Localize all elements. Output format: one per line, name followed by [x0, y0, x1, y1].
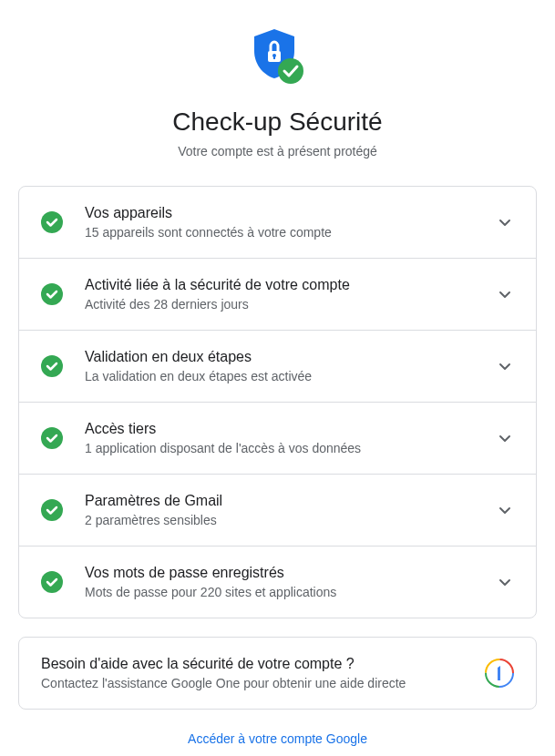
item-activity[interactable]: Activité liée à la sécurité de votre com…	[19, 259, 536, 331]
item-desc: Mots de passe pour 220 sites et applicat…	[85, 585, 496, 599]
svg-rect-2	[273, 56, 275, 59]
chevron-down-icon	[496, 573, 514, 591]
item-content: Paramètres de Gmail 2 paramètres sensibl…	[85, 493, 496, 527]
item-passwords[interactable]: Vos mots de passe enregistrés Mots de pa…	[19, 547, 536, 618]
page-subtitle: Votre compte est à présent protégé	[18, 144, 537, 158]
item-devices[interactable]: Vos appareils 15 appareils sont connecté…	[19, 187, 536, 259]
shield-check-icon	[247, 26, 309, 91]
check-circle-icon	[41, 211, 63, 233]
item-title: Validation en deux étapes	[85, 349, 496, 365]
check-circle-icon	[41, 571, 63, 593]
chevron-down-icon	[496, 429, 514, 447]
item-content: Activité liée à la sécurité de votre com…	[85, 277, 496, 312]
item-desc: 2 paramètres sensibles	[85, 513, 496, 527]
help-card[interactable]: Besoin d'aide avec la sécurité de votre …	[18, 637, 537, 710]
item-content: Validation en deux étapes La validation …	[85, 349, 496, 383]
item-desc: 15 appareils sont connectés à votre comp…	[85, 225, 496, 240]
chevron-down-icon	[496, 501, 514, 519]
item-title: Vos appareils	[85, 205, 496, 221]
item-title: Activité liée à la sécurité de votre com…	[85, 277, 496, 293]
item-gmail[interactable]: Paramètres de Gmail 2 paramètres sensibl…	[19, 475, 536, 547]
svg-point-7	[41, 427, 63, 449]
svg-point-8	[41, 499, 63, 521]
chevron-down-icon	[496, 285, 514, 303]
check-circle-icon	[41, 355, 63, 377]
svg-point-9	[41, 571, 63, 593]
item-title: Accès tiers	[85, 421, 496, 437]
check-circle-icon	[41, 283, 63, 305]
svg-point-6	[41, 355, 63, 377]
item-title: Vos mots de passe enregistrés	[85, 565, 496, 581]
svg-point-5	[41, 283, 63, 305]
item-desc: La validation en deux étapes est activée	[85, 369, 496, 383]
item-desc: 1 application disposant de l'accès à vos…	[85, 441, 496, 455]
item-content: Vos mots de passe enregistrés Mots de pa…	[85, 565, 496, 599]
help-title: Besoin d'aide avec la sécurité de votre …	[41, 656, 470, 672]
item-title: Paramètres de Gmail	[85, 493, 496, 509]
chevron-down-icon	[496, 213, 514, 231]
security-items-card: Vos appareils 15 appareils sont connecté…	[18, 186, 537, 618]
chevron-down-icon	[496, 357, 514, 375]
page-title: Check-up Sécurité	[18, 107, 537, 137]
help-desc: Contactez l'assistance Google One pour o…	[41, 676, 470, 690]
item-two-step[interactable]: Validation en deux étapes La validation …	[19, 331, 536, 403]
item-third-party[interactable]: Accès tiers 1 application disposant de l…	[19, 403, 536, 475]
item-content: Accès tiers 1 application disposant de l…	[85, 421, 496, 455]
item-content: Vos appareils 15 appareils sont connecté…	[85, 205, 496, 240]
account-link[interactable]: Accéder à votre compte Google	[18, 731, 537, 746]
check-circle-icon	[41, 427, 63, 449]
header: Check-up Sécurité Votre compte est à pré…	[18, 26, 537, 158]
help-content: Besoin d'aide avec la sécurité de votre …	[41, 656, 470, 690]
svg-point-4	[41, 211, 63, 233]
svg-point-3	[278, 58, 303, 84]
check-circle-icon	[41, 499, 63, 521]
item-desc: Activité des 28 derniers jours	[85, 297, 496, 312]
google-one-icon	[485, 659, 514, 688]
